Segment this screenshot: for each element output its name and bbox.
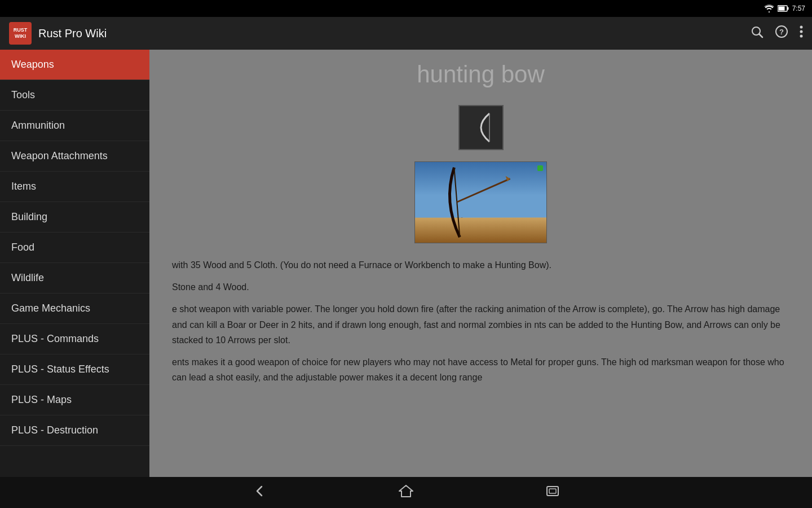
sidebar-item-weapon-attachments[interactable]: Weapon Attachments (0, 141, 149, 172)
search-button[interactable] (750, 25, 764, 42)
recents-button[interactable] (536, 479, 570, 507)
content-paragraph-4: ents makes it a good weapon of choice fo… (172, 354, 789, 385)
svg-rect-17 (549, 489, 556, 493)
content-text: with 35 Wood and 5 Cloth. (You do not ne… (172, 257, 789, 392)
sidebar-item-plus-maps[interactable]: PLUS - Maps (0, 385, 149, 415)
app-title: Rust Pro Wiki (38, 27, 743, 40)
bow-screenshot-image (414, 161, 547, 243)
bow-icon-container (458, 105, 504, 150)
sidebar-item-game-mechanics[interactable]: Game Mechanics (0, 294, 149, 324)
svg-text:?: ? (779, 28, 784, 36)
battery-icon (778, 5, 789, 12)
svg-rect-16 (547, 487, 558, 496)
sidebar-item-building[interactable]: Building (0, 202, 149, 233)
main-layout: Weapons Tools Ammunition Weapon Attachme… (0, 50, 812, 477)
content-paragraph-1: with 35 Wood and 5 Cloth. (You do not ne… (172, 257, 789, 273)
bow-icon (467, 111, 495, 144)
home-button[interactable] (389, 479, 423, 507)
sidebar-item-plus-status-effects[interactable]: PLUS - Status Effects (0, 354, 149, 385)
svg-rect-1 (787, 7, 788, 10)
app-bar-actions: ? (750, 25, 803, 42)
status-icons: 7:57 (764, 5, 805, 12)
sidebar-item-ammunition[interactable]: Ammunition (0, 111, 149, 141)
status-bar: 7:57 (0, 0, 812, 17)
svg-point-8 (800, 30, 803, 33)
sidebar: Weapons Tools Ammunition Weapon Attachme… (0, 50, 149, 477)
content-area: hunting bow (149, 50, 812, 477)
content-paragraph-2: Stone and 4 Wood. (172, 279, 789, 295)
help-button[interactable]: ? (775, 25, 788, 42)
sidebar-item-weapons[interactable]: Weapons (0, 50, 149, 80)
svg-rect-2 (778, 7, 784, 11)
sidebar-item-food[interactable]: Food (0, 233, 149, 263)
svg-line-4 (760, 34, 763, 38)
wifi-icon (764, 5, 774, 12)
app-bar: RUST WIKI Rust Pro Wiki ? (0, 17, 812, 50)
svg-point-9 (800, 35, 803, 38)
time-display: 7:57 (792, 5, 805, 12)
more-options-button[interactable] (800, 25, 803, 42)
sidebar-item-plus-commands[interactable]: PLUS - Commands (0, 324, 149, 354)
svg-rect-12 (415, 218, 546, 243)
app-logo: RUST WIKI (9, 22, 32, 45)
sidebar-item-items[interactable]: Items (0, 172, 149, 202)
page-title: hunting bow (417, 61, 545, 88)
svg-rect-11 (415, 162, 546, 218)
app-logo-text: RUST WIKI (14, 27, 28, 40)
svg-point-7 (800, 26, 803, 29)
bottom-nav (0, 477, 812, 508)
content-paragraph-3: e shot weapon with variable power. The l… (172, 301, 789, 348)
sidebar-item-plus-destruction[interactable]: PLUS - Destruction (0, 415, 149, 446)
sidebar-item-tools[interactable]: Tools (0, 80, 149, 111)
back-button[interactable] (242, 479, 276, 507)
sidebar-item-wildlife[interactable]: Wildlife (0, 263, 149, 294)
bow-icon-thumbnail (458, 105, 504, 150)
